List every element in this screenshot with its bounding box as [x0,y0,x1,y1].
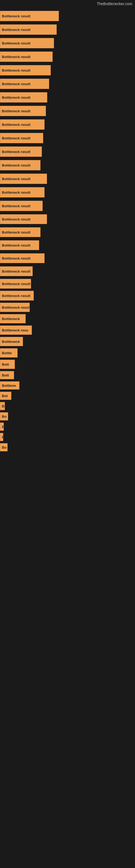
bar-label: Bottlene [2,383,16,388]
bar-label: Bottleneck resu [2,328,28,332]
bar-label: Bottleneck result [2,204,30,208]
bar-row: Bottleneck result [0,213,135,226]
bar-label: Bottleneck result [2,68,30,72]
bar-row: Bottleneck result [0,91,135,104]
bar-label: Bottleneck result [2,123,30,127]
bar-label: Bottleneck [2,340,20,344]
bar-row: Bo [0,411,135,422]
bottleneck-bar: Bottleneck [0,337,23,346]
bar-label: Bottleneck result [2,14,30,18]
bottleneck-bar: Bottleneck result [0,214,47,224]
bottleneck-bar: Bo [0,412,8,421]
bar-row: Bott [0,359,135,370]
bar-label: Bot [2,394,8,398]
bottleneck-bar: B [0,423,4,431]
bottleneck-bar: Bottleneck result [0,174,47,184]
bottleneck-bar: Bottleneck result [0,240,39,250]
bar-label: Bottleneck result [2,82,30,86]
bar-row: Bottleneck result [0,278,135,290]
bar-label: B [2,404,4,408]
bottleneck-bar: Bottleneck result [0,52,53,62]
bar-row: Bottleneck result [0,186,135,199]
bar-label: Bo [2,445,6,450]
bar-label: Bottleneck result [2,294,30,298]
bar-row: Bottleneck result [0,77,135,91]
bar-row: Bottleneck [0,336,135,347]
bar-label: Bottleneck result [2,150,30,154]
bottleneck-bar: Bottleneck result [0,11,59,21]
bar-label: Bott [2,373,9,377]
bar-label: Bottleneck result [2,95,30,99]
bottleneck-bar: Bo [0,443,8,452]
bar-row: Bottlene [0,380,135,391]
bar-row: Bottleneck result [0,36,135,50]
bar-label: Bottleneck result [2,282,30,286]
bottleneck-bar: Bottleneck result [0,253,45,263]
bar-row: Bottleneck resu [0,324,135,336]
bar-label: Bottleneck result [2,305,30,310]
bar-row: B [0,401,135,411]
bar-row: Bottleneck result [0,172,135,186]
bar-row: Bottleneck [0,313,135,324]
bar-row: Bottleneck result [0,131,135,145]
bar-label: B [2,425,4,429]
bar-label: Bottleneck result [2,136,30,140]
bar-row: Bottleneck result [0,290,135,302]
bar-label: Bottleneck result [2,217,30,221]
bar-row: Bottleneck result [0,23,135,36]
bottleneck-bar: Bottleneck result [0,24,57,35]
bottleneck-bar: Bottleneck result [0,160,41,170]
bottleneck-bar: Bottleneck result [0,279,31,289]
bar-row: Bott [0,370,135,380]
bar-row: Bottleneck result [0,104,135,118]
bar-row: Bottleneck result [0,118,135,131]
site-title: TheBottlenecker.com [0,0,135,7]
bar-row: Bottleneck result [0,302,135,313]
bottleneck-bar: Bottleneck result [0,267,33,276]
bottleneck-bar: B [0,433,3,441]
bar-label: Bo [2,414,6,418]
bottleneck-bar: Bottleneck result [0,119,45,130]
bottleneck-bar: Bottleneck result [0,201,43,211]
bar-row: Bottleneck result [0,239,135,252]
bottleneck-bar: Bottleneck resu [0,326,32,335]
bar-label: B [2,435,3,439]
bar-label: Bottleneck result [2,256,30,260]
bar-label: Bottleneck result [2,190,30,194]
bottleneck-bar: Bottleneck result [0,227,41,237]
bar-row: Bottleneck result [0,252,135,265]
bottleneck-bar: Bottle [0,348,17,358]
bar-row: Bot [0,391,135,401]
bar-row: Bottleneck result [0,265,135,278]
bar-row: Bottleneck result [0,145,135,158]
bar-row: B [0,432,135,442]
bar-label: Bott [2,362,9,367]
bottleneck-bar: Bottleneck result [0,92,47,102]
bottleneck-bar: Bottleneck result [0,147,42,157]
bar-label: Bottle [2,351,12,355]
bar-row: Bo [0,442,135,453]
bars-container: Bottleneck resultBottleneck resultBottle… [0,7,135,453]
bottleneck-bar: Bott [0,360,15,369]
bar-label: Bottleneck [2,317,20,321]
bar-label: Bottleneck result [2,163,30,167]
bottleneck-bar: Bottleneck result [0,291,34,301]
bar-row: Bottleneck result [0,226,135,239]
bottleneck-bar: Bottleneck result [0,38,54,48]
bottleneck-bar: Bottleneck result [0,133,43,143]
bar-label: Bottleneck result [2,177,30,181]
bottleneck-bar: Bottleneck result [0,106,46,116]
bottleneck-bar: Bottleneck result [0,187,45,197]
bar-label: Bottleneck result [2,55,30,59]
bar-label: Bottleneck result [2,28,30,32]
bar-row: Bottleneck result [0,199,135,213]
bar-row: Bottleneck result [0,158,135,172]
bar-label: Bottleneck result [2,243,30,247]
bottleneck-bar: Bottlene [0,381,19,390]
bar-label: Bottleneck result [2,230,30,235]
bar-row: Bottle [0,347,135,359]
bottleneck-bar: Bottleneck [0,314,26,323]
bottleneck-bar: Bottleneck result [0,303,30,312]
bar-label: Bottleneck result [2,269,30,273]
bottleneck-bar: Bot [0,392,11,400]
